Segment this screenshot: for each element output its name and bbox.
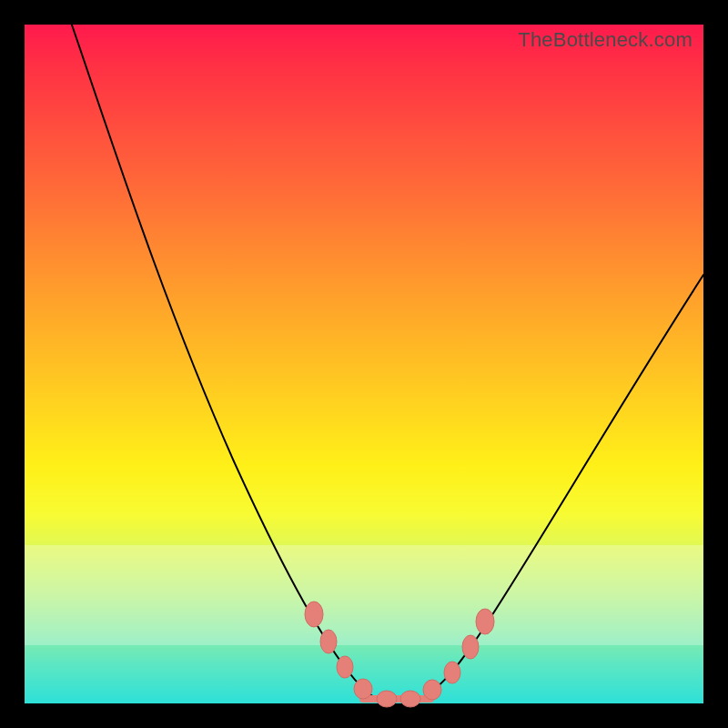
marker-point [354,679,372,699]
bottleneck-curve [25,25,703,703]
marker-point [444,662,460,683]
curve-markers [305,602,494,707]
marker-point [462,635,479,659]
marker-point [476,609,494,634]
chart-frame: TheBottleneck.com [0,0,728,728]
plot-area: TheBottleneck.com [25,25,703,703]
marker-point [377,691,397,707]
marker-point [337,656,353,678]
curve-right [418,275,703,699]
marker-point [320,630,337,653]
curve-left [66,6,378,699]
marker-point [423,680,441,700]
marker-point [305,602,323,627]
marker-point [400,691,420,707]
